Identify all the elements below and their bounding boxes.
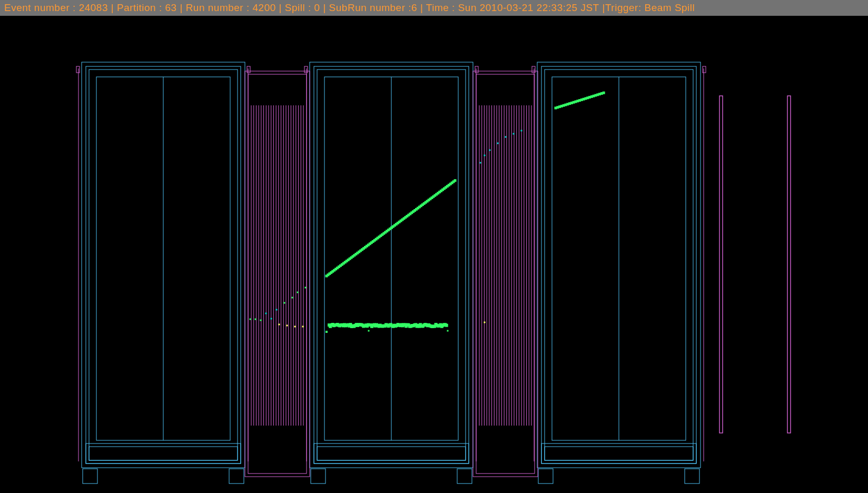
svg-rect-35: [538, 469, 553, 484]
svg-rect-313: [276, 309, 278, 311]
event-number-value: 24083: [79, 2, 108, 14]
svg-rect-40: [248, 74, 307, 474]
svg-rect-63: [473, 71, 538, 477]
spill-label: | Spill :: [276, 2, 314, 14]
svg-rect-24: [475, 66, 478, 73]
svg-rect-64: [476, 74, 535, 474]
svg-rect-302: [484, 155, 486, 156]
event-number-label: Event number :: [4, 2, 79, 14]
svg-rect-312: [271, 318, 272, 320]
svg-rect-314: [279, 324, 280, 326]
spill-value: 0: [314, 2, 320, 14]
svg-rect-25: [304, 66, 308, 73]
run-number-value: 4200: [253, 2, 276, 14]
svg-rect-12: [76, 66, 80, 73]
svg-rect-23: [457, 469, 472, 484]
svg-rect-309: [255, 319, 257, 320]
detector-svg: [0, 16, 868, 493]
svg-rect-320: [302, 326, 304, 328]
svg-rect-38: [532, 66, 535, 73]
svg-rect-10: [229, 469, 244, 484]
run-number-label: | Run number :: [177, 2, 253, 14]
subrun-value: 6: [411, 2, 417, 14]
time-value: Sun 2010-03-21 22:33:25 JST: [458, 2, 599, 14]
svg-rect-304: [497, 143, 499, 144]
svg-rect-321: [305, 287, 307, 289]
svg-rect-316: [287, 325, 288, 327]
time-label: | Time :: [417, 2, 458, 14]
svg-rect-319: [297, 292, 299, 293]
svg-rect-307: [521, 130, 522, 132]
svg-rect-322: [484, 322, 486, 323]
detector-event-display: [0, 16, 868, 493]
svg-rect-301: [480, 162, 481, 164]
status-header-bar: Event number : 24083 | Partition : 63 | …: [0, 0, 868, 16]
svg-rect-311: [265, 313, 267, 314]
svg-rect-275: [368, 330, 370, 332]
partition-value: 63: [165, 2, 177, 14]
svg-rect-273: [447, 330, 449, 332]
svg-rect-5: [89, 447, 238, 460]
svg-rect-318: [294, 326, 296, 328]
svg-rect-9: [83, 469, 97, 484]
svg-rect-87: [719, 96, 723, 433]
particle-tracks-group: [250, 92, 605, 333]
svg-rect-300: [603, 92, 605, 94]
smrd-panels-group: [719, 96, 791, 433]
svg-rect-39: [245, 71, 310, 477]
svg-rect-272: [445, 324, 448, 327]
svg-rect-315: [284, 302, 285, 304]
svg-rect-310: [260, 320, 262, 321]
svg-rect-22: [311, 469, 326, 484]
svg-rect-305: [505, 136, 507, 138]
svg-rect-303: [489, 150, 491, 151]
partition-label: | Partition :: [108, 2, 165, 14]
trigger-label: |Trigger:: [599, 2, 645, 14]
trigger-value: Beam Spill: [644, 2, 695, 14]
svg-rect-274: [326, 331, 328, 333]
svg-rect-11: [247, 66, 250, 73]
svg-rect-31: [545, 447, 693, 460]
svg-rect-18: [317, 447, 466, 460]
svg-rect-308: [250, 319, 251, 320]
svg-rect-317: [292, 297, 293, 299]
svg-rect-88: [787, 96, 791, 433]
tpc-modules-group: [76, 62, 706, 484]
svg-rect-37: [703, 66, 706, 73]
svg-rect-306: [513, 133, 515, 135]
subrun-label: | SubRun number :: [320, 2, 411, 14]
svg-rect-36: [685, 469, 699, 484]
svg-rect-172: [454, 179, 457, 182]
